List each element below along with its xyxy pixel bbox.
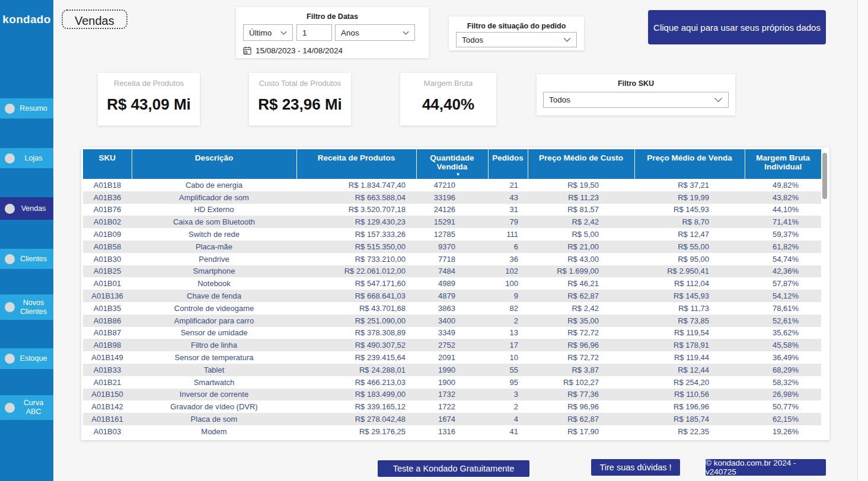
table-cell: R$ 11,23: [528, 191, 634, 204]
column-header[interactable]: Preço Médio de Custo: [528, 149, 634, 179]
table-row[interactable]: A01B18Cabo de energiaR$ 1.834.747,404721…: [83, 179, 821, 191]
date-filter-title: Filtro de Datas: [236, 7, 429, 21]
help-button[interactable]: Tire suas dúvidas !: [591, 459, 680, 476]
table-cell: R$ 62,87: [528, 413, 634, 425]
table-cell: A01B03: [83, 425, 132, 438]
table-cell: 1674: [416, 413, 488, 425]
table-row[interactable]: A01B58Placa-mãeR$ 515.350,0093706R$ 21,0…: [83, 240, 821, 253]
sku-table-card: SKUDescriçãoReceita de ProdutosQuantidad…: [81, 147, 829, 440]
column-header[interactable]: Margem Bruta Individual: [745, 149, 821, 179]
table-row[interactable]: A01B142Gravador de vídeo (DVR)R$ 339.165…: [83, 400, 821, 413]
table-cell: R$ 178,91: [634, 339, 745, 351]
table-cell: A01B98: [83, 339, 132, 351]
sidebar-item-resumo[interactable]: Resumo: [0, 98, 53, 118]
kpi-label: Receita de Produtos: [98, 79, 200, 88]
date-range-text: 15/08/2023 - 14/08/2024: [256, 46, 343, 55]
table-cell: Smartphone: [132, 265, 296, 278]
table-cell: 33196: [416, 191, 488, 204]
sidebar-item-lojas[interactable]: Lojas: [0, 148, 53, 168]
column-header[interactable]: Receita de Produtos: [296, 149, 416, 179]
table-cell: 6: [488, 240, 528, 253]
table-cell: Filtro de linha: [132, 339, 296, 351]
table-row[interactable]: A01B150Inversor de correnteR$ 183.499,00…: [83, 389, 821, 401]
table-row[interactable]: A01B86Amplificador para carroR$ 251.090,…: [83, 315, 821, 327]
date-number-input[interactable]: [296, 24, 332, 41]
table-cell: R$ 119,54: [634, 327, 745, 339]
kpi-value: R$ 23,96 Mi: [249, 95, 351, 114]
column-header[interactable]: Quantidade Vendida▼: [416, 149, 488, 179]
table-cell: 3349: [416, 327, 488, 339]
sidebar-item-clientes[interactable]: Clientes: [0, 249, 53, 269]
trial-button[interactable]: Teste a Kondado Gratuitamente: [378, 460, 529, 477]
table-cell: 13: [488, 327, 528, 339]
table-cell: 95: [488, 376, 528, 389]
table-row[interactable]: A01B02Caixa de som BluetoothR$ 129.430,2…: [83, 216, 821, 228]
table-cell: 17: [488, 339, 528, 351]
table-row[interactable]: A01B98Filtro de linhaR$ 490.307,52275217…: [83, 339, 821, 351]
column-header[interactable]: SKU: [83, 149, 132, 179]
table-scrollbar-thumb[interactable]: [822, 153, 827, 199]
date-mode-dropdown[interactable]: Último: [243, 24, 293, 41]
column-header[interactable]: Descrição: [132, 149, 296, 179]
calendar-clock-icon: [243, 46, 252, 55]
column-header-label: Margem Bruta Individual: [756, 153, 810, 171]
table-cell: 42,36%: [745, 265, 821, 278]
table-row[interactable]: A01B35Controle de videogameR$ 43.701,683…: [83, 302, 821, 315]
table-row[interactable]: A01B25SmartphoneR$ 22.061.012,007484102R…: [83, 265, 821, 278]
table-row[interactable]: A01B01NotebookR$ 547.171,604989100R$ 46,…: [83, 277, 821, 290]
column-header[interactable]: Pedidos: [488, 149, 528, 179]
table-row[interactable]: A01B161Placa de somR$ 278.042,4816744R$ …: [83, 413, 821, 425]
table-cell: R$ 96,96: [528, 400, 634, 413]
table-cell: Notebook: [132, 277, 296, 290]
table-cell: A01B18: [83, 179, 132, 191]
table-cell: R$ 43.701,68: [296, 302, 416, 315]
table-cell: A01B142: [83, 400, 132, 413]
sidebar-item-vendas[interactable]: Vendas: [0, 197, 53, 220]
kpi-value: 44,40%: [400, 95, 496, 114]
table-cell: 35,62%: [745, 327, 821, 339]
table-cell: A01B02: [83, 216, 132, 228]
table-cell: 21: [488, 179, 528, 191]
order-status-filter-title: Filtro de situação do pedido: [449, 17, 584, 30]
date-unit-dropdown[interactable]: Anos: [335, 24, 415, 41]
table-row[interactable]: A01B36Amplificador de somR$ 663.588,0433…: [83, 191, 821, 204]
table-row[interactable]: A01B03ModemR$ 29.176,25131641R$ 17,90R$ …: [83, 425, 821, 438]
sidebar-item-estoque[interactable]: Estoque: [0, 348, 53, 369]
sidebar-item-curva-abc[interactable]: Curva ABC: [0, 395, 53, 420]
order-status-dropdown[interactable]: Todos: [456, 32, 577, 47]
table-cell: A01B09: [83, 228, 132, 240]
table-cell: 41: [488, 425, 528, 438]
table-cell: R$ 12,47: [634, 228, 745, 240]
sidebar-item-novos-clientes[interactable]: Novos Clientes: [0, 294, 53, 320]
table-row[interactable]: A01B136Chave de fendaR$ 668.641,0348799R…: [83, 290, 821, 302]
table-cell: 50,77%: [745, 400, 821, 413]
table-cell: R$ 119,44: [634, 351, 745, 364]
column-header[interactable]: Preço Médio de Venda: [634, 149, 745, 179]
page-scrollbar[interactable]: [857, 0, 868, 481]
table-cell: 1316: [416, 425, 488, 438]
table-row[interactable]: A01B87Sensor de umidadeR$ 378.308,893349…: [83, 327, 821, 339]
table-cell: 61,82%: [745, 240, 821, 253]
table-cell: 9: [488, 290, 528, 302]
table-row[interactable]: A01B30PendriveR$ 733.210,00771836R$ 43,0…: [83, 253, 821, 265]
table-cell: R$ 466.213,03: [296, 376, 416, 389]
table-row[interactable]: A01B09Switch de redeR$ 157.333,261278511…: [83, 228, 821, 240]
sort-desc-icon[interactable]: ▼: [456, 172, 461, 177]
table-cell: Cabo de energia: [132, 179, 296, 191]
table-row[interactable]: A01B33TabletR$ 24.288,01199055R$ 3,87R$ …: [83, 364, 821, 376]
table-cell: 1900: [416, 376, 488, 389]
use-own-data-button[interactable]: Clique aqui para usar seus próprios dado…: [648, 10, 826, 44]
table-row[interactable]: A01B76HD ExternoR$ 3.520.707,182412631R$…: [83, 204, 821, 216]
table-cell: 1732: [416, 389, 488, 401]
table-cell: A01B86: [83, 315, 132, 327]
column-header-label: Preço Médio de Custo: [539, 153, 623, 162]
table-cell: 78,61%: [745, 302, 821, 315]
kpi-label: Custo Total de Produtos: [249, 79, 351, 88]
nav-dot-icon: [5, 354, 15, 364]
order-status-value: Todos: [462, 36, 483, 44]
table-row[interactable]: A01B21SmartwatchR$ 466.213,03190095R$ 10…: [83, 376, 821, 389]
table-cell: R$ 24.288,01: [296, 364, 416, 376]
table-cell: A01B25: [83, 265, 132, 278]
sku-dropdown[interactable]: Todos: [543, 92, 729, 108]
table-row[interactable]: A01B149Sensor de temperaturaR$ 239.415,6…: [83, 351, 821, 364]
